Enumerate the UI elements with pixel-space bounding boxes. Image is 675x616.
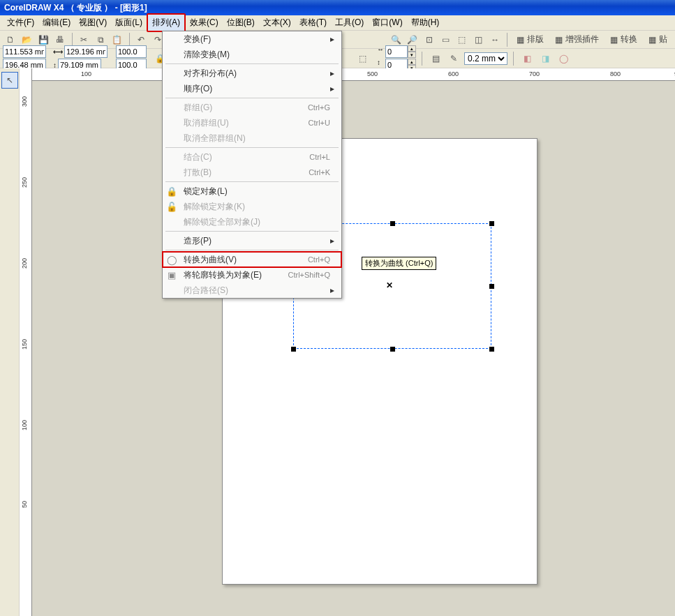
- menu-item-label: 锁定对象(L): [181, 186, 283, 197]
- menu-item-shortcut: Ctrl+L: [283, 153, 330, 161]
- zoom-width-icon[interactable]: ↔: [487, 32, 503, 47]
- sx-input[interactable]: [116, 45, 147, 58]
- zoom-page-icon[interactable]: ▭: [438, 32, 453, 47]
- submenu-arrow-icon: ▸: [330, 236, 337, 246]
- zoom-sel-icon[interactable]: ◫: [471, 32, 487, 47]
- menu-item-label: 取消全部群组(N): [181, 133, 283, 144]
- menu-item-shortcut: Ctrl+Q: [283, 255, 330, 264]
- menu-item[interactable]: 造形(P)▸: [163, 233, 341, 248]
- menu-item-label: 顺序(O): [181, 83, 283, 95]
- menu-item-shortcut: Ctrl+K: [283, 168, 330, 176]
- menu-7[interactable]: 文本(X): [259, 15, 295, 31]
- menu-item-label: 转换为曲线(V): [181, 254, 283, 266]
- canvas[interactable]: 30025020015010050 10050500600700800900 ✕…: [20, 68, 675, 616]
- selection-handle[interactable]: [489, 221, 494, 226]
- paste-button[interactable]: ▦贴: [644, 31, 672, 47]
- selection-handle[interactable]: [489, 284, 494, 289]
- menu-item-shortcut: Ctrl+G: [283, 103, 330, 112]
- menu-item: 结合(C)Ctrl+L: [163, 149, 341, 165]
- zoom-all-icon[interactable]: ⬚: [454, 32, 470, 47]
- submenu-arrow-icon: ▸: [330, 34, 337, 44]
- menu-5[interactable]: 效果(C): [186, 15, 223, 31]
- menu-1[interactable]: 编辑(E): [38, 15, 75, 31]
- menu-8[interactable]: 表格(T): [295, 15, 331, 31]
- zoom-fit-icon[interactable]: ⊡: [422, 32, 437, 47]
- menu-item-label: 解除锁定全部对象(J): [181, 216, 283, 228]
- menu-9[interactable]: 工具(O): [331, 15, 368, 31]
- back-icon[interactable]: ◨: [537, 51, 553, 66]
- w-input[interactable]: [64, 45, 107, 58]
- menu-item: 解除锁定全部对象(J): [163, 214, 341, 230]
- submenu-arrow-icon: ▸: [330, 84, 337, 93]
- menu-item-label: 清除变换(M): [181, 49, 283, 61]
- plugin-button[interactable]: ▦增强插件: [550, 31, 604, 47]
- menu-item-label: 将轮廓转换为对象(E): [181, 269, 283, 281]
- menu-item: 取消群组(U)Ctrl+U: [163, 115, 341, 130]
- menu-item-label: 结合(C): [181, 151, 283, 163]
- menu-6[interactable]: 位图(B): [223, 15, 259, 31]
- menu-11[interactable]: 帮助(H): [407, 15, 444, 31]
- menu-item: 取消全部群组(N): [163, 130, 341, 146]
- convert-curve-icon[interactable]: ◯: [556, 51, 571, 66]
- bounds-icon[interactable]: ⬚: [355, 51, 370, 66]
- horizontal-ruler: 10050500600700800900: [32, 68, 675, 81]
- dup-x[interactable]: [385, 45, 408, 58]
- wrap-icon[interactable]: ▤: [428, 51, 443, 66]
- menu-item[interactable]: 🔒锁定对象(L): [163, 183, 341, 199]
- selection-handle[interactable]: [489, 347, 494, 352]
- submenu-arrow-icon: ▸: [330, 68, 337, 78]
- convert-button[interactable]: ▦转换: [605, 31, 642, 47]
- selection-center-icon: ✕: [386, 280, 393, 290]
- selection-handle[interactable]: [390, 221, 395, 226]
- menu-item-icon: 🔓: [163, 202, 181, 212]
- arrange-menu: 变换(F)▸清除变换(M)对齐和分布(A)▸顺序(O)▸群组(G)Ctrl+G取…: [162, 31, 342, 299]
- menu-2[interactable]: 视图(V): [75, 15, 111, 31]
- vertical-ruler: 30025020015010050: [20, 68, 32, 616]
- menu-item[interactable]: 变换(F)▸: [163, 31, 341, 47]
- menu-item: 闭合路径(S)▸: [163, 283, 341, 298]
- menu-item-label: 变换(F): [181, 33, 283, 45]
- pick-tool-icon[interactable]: ↖: [1, 72, 18, 89]
- submenu-arrow-icon: ▸: [330, 285, 337, 295]
- menu-item: 打散(B)Ctrl+K: [163, 165, 341, 180]
- menu-item[interactable]: 顺序(O)▸: [163, 81, 341, 96]
- menu-item-label: 闭合路径(S): [181, 285, 283, 296]
- menu-item-shortcut: Ctrl+Shift+Q: [283, 271, 330, 279]
- menu-item-shortcut: Ctrl+U: [283, 119, 330, 127]
- toolbox: ↖: [0, 68, 20, 616]
- menu-item-label: 造形(P): [181, 235, 283, 247]
- menu-item-label: 打散(B): [181, 167, 283, 179]
- menu-item: 🔓解除锁定对象(K): [163, 199, 341, 214]
- menu-item-label: 取消群组(U): [181, 117, 283, 129]
- menu-0[interactable]: 文件(F): [3, 15, 38, 31]
- menu-3[interactable]: 版面(L): [111, 15, 147, 31]
- menu-item-label: 群组(G): [181, 102, 283, 114]
- layout-button[interactable]: ▦排版: [512, 31, 549, 47]
- menu-bar: 文件(F)编辑(E)视图(V)版面(L)排列(A)效果(C)位图(B)文本(X)…: [0, 15, 675, 31]
- title-bar: CorelDRAW X4 （ 专业版 ） - [图形1]: [0, 0, 675, 15]
- front-icon[interactable]: ◧: [519, 51, 535, 66]
- menu-item-label: 对齐和分布(A): [181, 68, 283, 80]
- menu-item[interactable]: ▣将轮廓转换为对象(E)Ctrl+Shift+Q: [163, 267, 341, 283]
- menu-item[interactable]: 对齐和分布(A)▸: [163, 66, 341, 81]
- selection-handle[interactable]: [390, 347, 395, 352]
- menu-4[interactable]: 排列(A): [147, 13, 186, 32]
- selection-handle[interactable]: [291, 347, 296, 352]
- menu-item-label: 解除锁定对象(K): [181, 201, 283, 213]
- app-title: CorelDRAW X4 （ 专业版 ） - [图形1]: [4, 3, 147, 13]
- tooltip: 转换为曲线 (Ctrl+Q): [362, 257, 436, 270]
- menu-item[interactable]: 清除变换(M): [163, 47, 341, 62]
- outline-width[interactable]: 0.2 mm: [464, 52, 507, 65]
- menu-item[interactable]: ◯转换为曲线(V)Ctrl+Q: [163, 252, 341, 267]
- menu-10[interactable]: 窗口(W): [368, 15, 406, 31]
- x-input[interactable]: [3, 45, 46, 58]
- menu-item-icon: ▣: [163, 270, 181, 280]
- menu-item: 群组(G)Ctrl+G: [163, 100, 341, 115]
- menu-item-icon: 🔒: [163, 186, 181, 197]
- outline-pen-icon[interactable]: ✎: [446, 51, 461, 66]
- menu-item-icon: ◯: [163, 255, 181, 265]
